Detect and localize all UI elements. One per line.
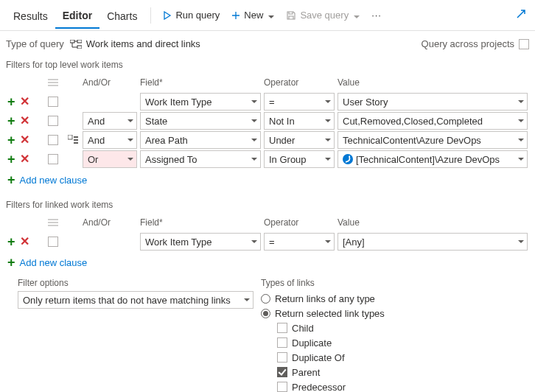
chevron-down-icon (127, 139, 133, 141)
filters-top-level-title: Filters for top level work items (0, 54, 535, 70)
group-clause-icon[interactable] (68, 135, 78, 145)
row-checkbox[interactable] (48, 97, 58, 107)
separator (150, 7, 151, 24)
select[interactable]: State (140, 112, 261, 130)
select[interactable]: Under (264, 131, 335, 149)
link-type-checkbox[interactable] (277, 367, 287, 377)
save-query-button: Save query (280, 5, 366, 25)
link-type-checkbox[interactable] (277, 352, 287, 363)
row-checkbox[interactable] (48, 237, 58, 247)
radio-selected-types-label: Return selected link types (275, 308, 385, 319)
tab-editor[interactable]: Editor (55, 2, 99, 29)
remove-clause-button[interactable]: ✕ (20, 96, 29, 108)
chevron-down-icon (251, 158, 257, 161)
chevron-down-icon (325, 240, 331, 243)
run-query-button[interactable]: Run query (157, 5, 225, 25)
run-query-label: Run query (175, 10, 220, 21)
col-andor: And/Or (81, 77, 139, 88)
save-icon (286, 10, 296, 21)
select[interactable]: Work Item Type (140, 93, 261, 111)
clause-row: +✕AndStateNot InCut,Removed,Closed,Compl… (6, 111, 529, 130)
save-query-label: Save query (300, 10, 349, 21)
chevron-down-icon (518, 119, 524, 122)
select[interactable]: [TechnicalContent]\Azure DevOps (338, 150, 528, 168)
insert-clause-button[interactable]: + (7, 133, 15, 147)
select[interactable]: = (264, 233, 335, 251)
select[interactable]: In Group (264, 150, 335, 168)
remove-clause-button[interactable]: ✕ (20, 134, 29, 146)
clause-row: +✕Work Item Type=[Any] (6, 232, 529, 251)
link-type-label: Parent (292, 367, 320, 378)
insert-clause-button[interactable]: + (7, 114, 15, 127)
list-header-icon (48, 219, 58, 226)
select[interactable]: Area Path (140, 131, 261, 149)
link-type-label: Child (292, 323, 314, 334)
query-across-projects-checkbox[interactable] (519, 39, 529, 49)
more-actions-button[interactable]: ··· (366, 5, 388, 25)
direct-links-icon (70, 40, 82, 49)
row-checkbox[interactable] (48, 135, 58, 145)
col-operator: Operator (262, 217, 336, 228)
add-new-clause-linked[interactable]: + Add new clause (0, 251, 87, 276)
select[interactable]: Not In (264, 112, 335, 130)
expand-icon (516, 9, 526, 19)
plus-icon: + (7, 173, 15, 186)
svg-rect-6 (74, 142, 78, 144)
types-of-links-label: Types of links (261, 278, 529, 288)
chevron-down-icon (251, 240, 257, 243)
select[interactable]: And (83, 131, 137, 149)
tab-charts[interactable]: Charts (99, 3, 144, 28)
fullscreen-button[interactable] (513, 6, 529, 24)
link-type-label: Predecessor (292, 382, 346, 393)
select[interactable]: And (83, 112, 137, 130)
select[interactable]: Or (83, 150, 137, 168)
type-of-query-value[interactable]: Work items and direct links (70, 38, 200, 49)
plus-icon (231, 11, 240, 20)
add-new-clause-top[interactable]: + Add new clause (0, 169, 87, 194)
link-type-checkbox[interactable] (277, 382, 287, 392)
plus-icon: + (7, 256, 15, 269)
svg-rect-1 (77, 40, 82, 43)
new-button[interactable]: New (225, 5, 280, 25)
svg-rect-4 (74, 136, 78, 138)
chevron-down-icon (325, 100, 331, 103)
svg-rect-5 (74, 139, 78, 141)
chevron-down-icon (267, 10, 274, 21)
chevron-down-icon (325, 139, 331, 141)
chevron-down-icon (325, 158, 331, 161)
play-icon (163, 11, 172, 20)
insert-clause-button[interactable]: + (7, 235, 15, 248)
query-across-projects-label: Query across projects (422, 38, 514, 49)
col-value: Value (336, 77, 529, 88)
filter-options-select[interactable]: Only return items that do not have match… (18, 291, 253, 309)
chevron-down-icon (251, 119, 257, 122)
select[interactable]: Work Item Type (140, 233, 261, 251)
clause-row: +✕Work Item Type=User Story (6, 92, 529, 111)
select[interactable]: TechnicalContent\Azure DevOps (338, 131, 528, 149)
link-type-label: Duplicate (292, 337, 332, 349)
select[interactable]: Cut,Removed,Closed,Completed (338, 112, 528, 130)
select[interactable]: = (264, 93, 335, 111)
chevron-down-icon (127, 119, 133, 122)
insert-clause-button[interactable]: + (7, 95, 15, 108)
remove-clause-button[interactable]: ✕ (20, 115, 29, 127)
row-checkbox[interactable] (48, 154, 58, 164)
select[interactable]: User Story (338, 93, 528, 111)
select[interactable]: Assigned To (140, 150, 261, 168)
remove-clause-button[interactable]: ✕ (20, 153, 29, 165)
row-checkbox[interactable] (48, 116, 58, 126)
remove-clause-button[interactable]: ✕ (20, 236, 29, 248)
svg-rect-0 (70, 40, 74, 43)
select[interactable]: [Any] (338, 233, 528, 251)
chevron-down-icon (325, 119, 331, 122)
radio-any-type-label: Return links of any type (275, 293, 375, 304)
chevron-down-icon (518, 240, 524, 243)
radio-any-type[interactable] (261, 294, 270, 304)
link-type-checkbox[interactable] (277, 323, 287, 333)
radio-selected-types[interactable] (261, 309, 270, 318)
ellipsis-icon: ··· (371, 10, 382, 21)
identity-icon (343, 154, 353, 164)
insert-clause-button[interactable]: + (7, 153, 15, 166)
link-type-checkbox[interactable] (277, 337, 287, 348)
tab-results[interactable]: Results (6, 3, 55, 28)
